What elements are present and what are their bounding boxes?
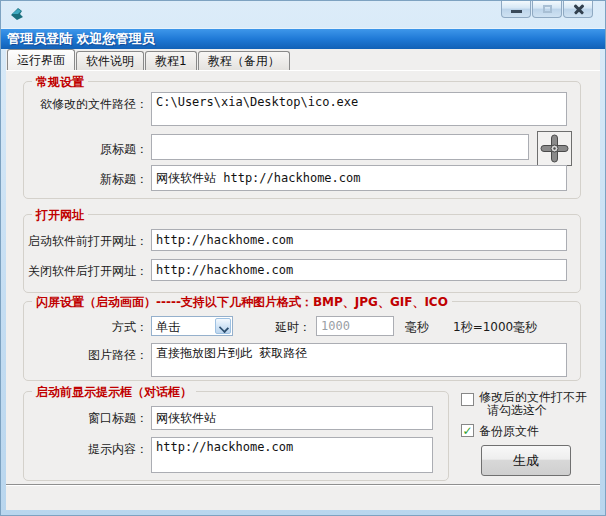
- finder-crosshair-button[interactable]: [537, 131, 572, 166]
- file-path-input[interactable]: C:\Users\xia\Desktop\ico.exe: [151, 92, 567, 126]
- image-path-input[interactable]: 直接拖放图片到此 获取路径: [151, 343, 567, 377]
- minimize-icon: [511, 10, 522, 13]
- window-title-label: 窗口标题：: [68, 410, 148, 427]
- tab-run-ui[interactable]: 运行界面: [7, 49, 75, 70]
- checkbox-backup-file[interactable]: ✓: [461, 424, 474, 437]
- checkbox-broken-file[interactable]: [461, 393, 474, 406]
- checkbox-backup-label: 备份原文件: [479, 425, 539, 438]
- image-path-label: 图片路径：: [68, 347, 148, 364]
- dialog-content: 运行界面 软件说明 教程1 教程（备用） 常规设置 欲修改的文件路径： C:\U…: [6, 49, 600, 510]
- maximize-button[interactable]: [532, 1, 562, 18]
- group-prompt-title: 启动前显示提示框（对话框）: [32, 384, 196, 401]
- titlebar: [1, 1, 605, 28]
- window-title-input[interactable]: [151, 406, 433, 430]
- url-before-input[interactable]: [151, 229, 567, 251]
- window-controls: [500, 1, 593, 18]
- group-open-url: 打开网址: [23, 214, 581, 293]
- splash-delay-unit: 毫秒: [405, 319, 429, 336]
- minimize-button[interactable]: [501, 1, 531, 18]
- status-bar: [6, 486, 600, 510]
- splash-mode-select[interactable]: 单击: [151, 316, 233, 336]
- crosshair-icon: [538, 132, 571, 165]
- new-title-label: 新标题：: [26, 171, 148, 188]
- tab-tutorial-backup[interactable]: 教程（备用）: [198, 51, 290, 70]
- url-after-input[interactable]: [151, 259, 567, 281]
- original-title-label: 原标题：: [26, 141, 148, 158]
- prompt-content-label: 提示内容：: [68, 441, 148, 458]
- splash-delay-hint: 1秒=1000毫秒: [453, 319, 537, 336]
- splash-mode-label: 方式：: [68, 319, 148, 336]
- maximize-icon: [543, 5, 552, 13]
- splash-delay-label: 延时：: [231, 319, 311, 336]
- checkbox-broken-label-line2: 请勾选这个: [487, 404, 547, 417]
- url-before-label: 启动软件前打开网址：: [26, 233, 148, 250]
- url-after-label: 关闭软件后打开网址：: [26, 263, 148, 280]
- splash-delay-input[interactable]: [316, 316, 394, 336]
- group-splash-title: 闪屏设置（启动画面）-----支持以下几种图片格式：BMP、JPG、GIF、IC…: [32, 294, 452, 311]
- file-path-label: 欲修改的文件路径：: [26, 96, 148, 113]
- prompt-content-input[interactable]: http://hackhome.com: [151, 437, 433, 473]
- group-general-title: 常规设置: [32, 74, 88, 91]
- tab-software-info[interactable]: 软件说明: [76, 51, 144, 70]
- original-title-input[interactable]: [151, 134, 529, 160]
- tab-strip: 运行界面 软件说明 教程1 教程（备用）: [6, 49, 600, 71]
- close-button[interactable]: [563, 1, 593, 18]
- splash-mode-value: 单击: [156, 319, 180, 336]
- form-caption: 管理员登陆 欢迎您管理员: [1, 28, 605, 49]
- generate-button[interactable]: 生成: [481, 445, 571, 476]
- combo-dropdown-icon[interactable]: [215, 318, 231, 334]
- group-open-url-title: 打开网址: [32, 207, 88, 224]
- app-window: 管理员登陆 欢迎您管理员 运行界面 软件说明 教程1 教程（备用） 常规设置 欲…: [0, 0, 606, 516]
- app-icon: [9, 6, 25, 22]
- tab-tutorial1[interactable]: 教程1: [145, 51, 197, 70]
- new-title-input[interactable]: [151, 165, 567, 191]
